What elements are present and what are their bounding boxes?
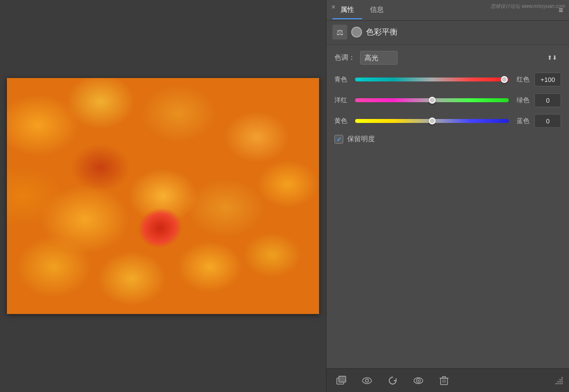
- yellow-blue-value[interactable]: 0: [534, 114, 561, 128]
- green-label: 绿色: [514, 96, 529, 105]
- eye-preview-button[interactable]: [409, 372, 427, 390]
- panel-header: × 属性 信息 ≡ 思绪设计论坛 www.missyuan.com: [326, 0, 569, 21]
- svg-point-8: [556, 383, 557, 384]
- magenta-green-track: [355, 98, 509, 102]
- svg-point-15: [560, 379, 561, 380]
- delete-button[interactable]: [435, 372, 453, 390]
- svg-rect-1: [339, 376, 346, 382]
- cyan-red-track: [355, 78, 509, 81]
- svg-point-16: [562, 379, 563, 380]
- svg-rect-7: [441, 378, 447, 385]
- bottom-toolbar: [326, 368, 569, 392]
- svg-point-6: [418, 380, 419, 381]
- svg-point-3: [366, 379, 368, 382]
- watermark: 思绪设计论坛 www.missyuan.com: [490, 3, 565, 10]
- red-label: 红色: [514, 75, 529, 84]
- svg-point-13: [560, 381, 561, 382]
- reset-icon: [388, 376, 398, 386]
- preserve-luminosity-checkbox[interactable]: ✓: [334, 135, 343, 144]
- resize-handle[interactable]: [555, 379, 563, 383]
- layer-circle-icon: [351, 27, 362, 38]
- svg-point-2: [363, 378, 371, 384]
- select-arrow-icon: ⬆⬇: [547, 54, 557, 61]
- yellow-blue-track: [355, 119, 509, 123]
- magenta-green-value[interactable]: 0: [534, 93, 561, 107]
- reset-button[interactable]: [384, 372, 402, 390]
- canvas-area: [0, 0, 326, 392]
- tone-row: 色调： 阴影 中间调 高光 ⬆⬇: [334, 51, 561, 65]
- trash-icon: [440, 376, 448, 386]
- cyan-red-value[interactable]: +100: [534, 73, 561, 86]
- cyan-red-slider-track[interactable]: [355, 75, 509, 84]
- panel-title-section: ⚖ 色彩平衡: [326, 21, 569, 45]
- yellow-blue-thumb[interactable]: [429, 118, 436, 124]
- cyan-red-thumb[interactable]: [501, 76, 508, 83]
- balance-icon: ⚖: [332, 25, 347, 39]
- leaf-background: [7, 78, 319, 314]
- visibility-button[interactable]: [358, 372, 376, 390]
- panel-content: 色调： 阴影 中间调 高光 ⬆⬇ 青色 红色 +100 洋红: [326, 45, 569, 368]
- image-container: [7, 78, 319, 314]
- eye-icon: [362, 377, 372, 385]
- magenta-green-row: 洋红 绿色 0: [334, 93, 561, 107]
- magenta-green-slider-track[interactable]: [355, 95, 509, 105]
- eye-preview-icon: [413, 377, 424, 385]
- yellow-blue-slider-track[interactable]: [355, 116, 509, 126]
- tone-label: 色调：: [334, 53, 355, 62]
- svg-point-10: [560, 383, 561, 384]
- svg-point-11: [562, 383, 563, 384]
- magenta-label: 洋红: [334, 96, 350, 105]
- check-icon: ✓: [336, 136, 342, 143]
- svg-point-9: [558, 383, 559, 384]
- resize-dots-icon: [555, 377, 563, 385]
- image-canvas: [7, 78, 319, 314]
- svg-point-12: [558, 381, 559, 382]
- svg-point-14: [562, 381, 563, 382]
- cyan-red-row: 青色 红色 +100: [334, 73, 561, 86]
- blue-label: 蓝色: [514, 117, 529, 125]
- tab-info[interactable]: 信息: [362, 1, 392, 19]
- cyan-label: 青色: [334, 75, 350, 84]
- tone-select-wrapper: 阴影 中间调 高光 ⬆⬇: [360, 51, 561, 65]
- panel-tabs: 属性 信息: [332, 1, 392, 19]
- tone-select[interactable]: 阴影 中间调 高光: [360, 51, 398, 65]
- yellow-blue-row: 黄色 蓝色 0: [334, 114, 561, 128]
- layer-clip-button[interactable]: [332, 372, 350, 390]
- close-button[interactable]: ×: [328, 2, 338, 12]
- yellow-label: 黄色: [334, 117, 350, 125]
- right-panel: × 属性 信息 ≡ 思绪设计论坛 www.missyuan.com ⚖ 色彩平衡…: [326, 0, 569, 392]
- magenta-green-thumb[interactable]: [429, 97, 436, 104]
- layer-clip-icon: [336, 375, 347, 386]
- svg-point-17: [562, 377, 563, 378]
- preserve-luminosity-row: ✓ 保留明度: [334, 135, 561, 144]
- preserve-luminosity-label: 保留明度: [347, 135, 375, 144]
- panel-title: 色彩平衡: [366, 27, 398, 38]
